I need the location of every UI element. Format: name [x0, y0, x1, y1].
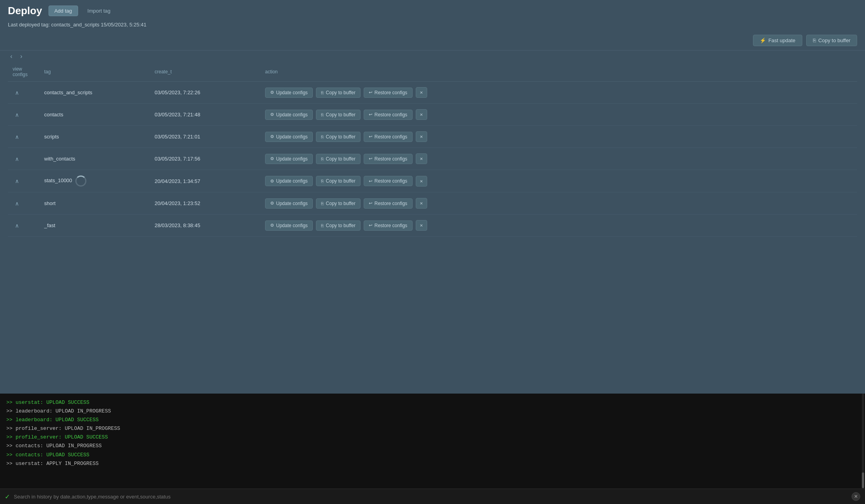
table-row: ∧_fast28/03/2023, 8:38:45⚙ Update config…	[8, 215, 857, 237]
scroll-right-button[interactable]: ›	[18, 52, 24, 61]
chevron-up-button[interactable]: ∧	[13, 155, 21, 163]
col-header-tag: tag	[39, 62, 150, 82]
bottom-console-panel: >> userstat: UPLOAD SUCCESS>> leaderboar…	[0, 394, 865, 504]
console-search-bar: ✓ ✕	[0, 489, 865, 504]
scroll-left-button[interactable]: ‹	[8, 52, 15, 61]
delete-button[interactable]: ×	[416, 220, 428, 231]
copy-to-buffer-row-button[interactable]: ⎘ Copy to buffer	[316, 176, 361, 186]
delete-button[interactable]: ×	[416, 131, 428, 142]
chevron-up-button[interactable]: ∧	[13, 133, 21, 141]
delete-button[interactable]: ×	[416, 176, 428, 187]
restore-icon: ↩	[369, 201, 372, 206]
create-t-cell: 03/05/2023, 7:17:56	[150, 148, 260, 170]
copy-row-icon: ⎘	[321, 179, 324, 183]
copy-to-buffer-row-button[interactable]: ⎘ Copy to buffer	[316, 154, 361, 164]
restore-icon: ↩	[369, 179, 372, 184]
restore-configs-button[interactable]: ↩ Restore configs	[364, 132, 412, 142]
update-icon: ⚙	[270, 223, 274, 228]
delete-button[interactable]: ×	[416, 198, 428, 209]
table-row: ∧stats_1000020/04/2023, 1:34:57⚙ Update …	[8, 170, 857, 192]
fast-update-label: Fast update	[768, 37, 796, 43]
delete-button[interactable]: ×	[416, 109, 428, 120]
scroll-arrows-row: ‹ ›	[0, 50, 865, 62]
update-configs-button[interactable]: ⚙ Update configs	[265, 198, 313, 209]
col-header-view-configs: view configs	[8, 62, 39, 82]
action-buttons: ⚙ Update configs⎘ Copy to buffer↩ Restor…	[265, 176, 852, 187]
copy-row-icon: ⎘	[321, 157, 324, 161]
restore-configs-button[interactable]: ↩ Restore configs	[364, 110, 412, 120]
update-configs-button[interactable]: ⚙ Update configs	[265, 154, 313, 164]
table-container: view configs tag create_t action ∧contac…	[0, 62, 865, 394]
restore-configs-button[interactable]: ↩ Restore configs	[364, 220, 412, 231]
col-header-action: action	[260, 62, 857, 82]
console-line: >> leaderboard: UPLOAD SUCCESS	[6, 416, 859, 424]
copy-row-icon: ⎘	[321, 134, 324, 139]
update-icon: ⚙	[270, 201, 274, 206]
deploy-table: view configs tag create_t action ∧contac…	[8, 62, 857, 237]
update-configs-button[interactable]: ⚙ Update configs	[265, 110, 313, 120]
top-bar: Deploy Add tag Import tag	[0, 0, 865, 20]
check-icon: ✓	[5, 493, 10, 500]
action-buttons: ⚙ Update configs⎘ Copy to buffer↩ Restor…	[265, 153, 852, 164]
copy-to-buffer-row-button[interactable]: ⎘ Copy to buffer	[316, 110, 361, 120]
restore-configs-button[interactable]: ↩ Restore configs	[364, 198, 412, 209]
delete-button[interactable]: ×	[416, 87, 428, 98]
update-icon: ⚙	[270, 134, 274, 139]
add-tag-button[interactable]: Add tag	[49, 6, 78, 16]
copy-to-buffer-row-button[interactable]: ⎘ Copy to buffer	[316, 220, 361, 231]
action-cell: ⚙ Update configs⎘ Copy to buffer↩ Restor…	[260, 215, 857, 237]
fast-update-icon: ⚡	[760, 37, 766, 43]
restore-configs-button[interactable]: ↩ Restore configs	[364, 154, 412, 164]
chevron-up-button[interactable]: ∧	[13, 200, 21, 207]
action-cell: ⚙ Update configs⎘ Copy to buffer↩ Restor…	[260, 170, 857, 192]
action-buttons: ⚙ Update configs⎘ Copy to buffer↩ Restor…	[265, 109, 852, 120]
copy-to-buffer-row-button[interactable]: ⎘ Copy to buffer	[316, 198, 361, 209]
import-tag-button[interactable]: Import tag	[84, 6, 114, 16]
restore-configs-button[interactable]: ↩ Restore configs	[364, 176, 412, 186]
console-close-button[interactable]: ✕	[852, 492, 860, 501]
restore-icon: ↩	[369, 112, 372, 117]
update-icon: ⚙	[270, 112, 274, 117]
fast-update-button[interactable]: ⚡ Fast update	[753, 35, 802, 46]
console-line: >> contacts: UPLOAD SUCCESS	[6, 451, 859, 459]
restore-icon: ↩	[369, 134, 372, 139]
copy-to-buffer-row-button[interactable]: ⎘ Copy to buffer	[316, 132, 361, 142]
tag-cell: _fast	[39, 215, 150, 237]
restore-icon: ↩	[369, 223, 372, 228]
chevron-up-button[interactable]: ∧	[13, 111, 21, 119]
copy-to-buffer-global-button[interactable]: ⎘ Copy to buffer	[806, 35, 857, 46]
chevron-up-button[interactable]: ∧	[13, 177, 21, 185]
create-t-cell: 03/05/2023, 7:22:26	[150, 82, 260, 104]
console-output: >> userstat: UPLOAD SUCCESS>> leaderboar…	[0, 394, 865, 489]
chevron-up-button[interactable]: ∧	[13, 222, 21, 230]
col-header-create-t: create_t	[150, 62, 260, 82]
update-configs-button[interactable]: ⚙ Update configs	[265, 132, 313, 142]
action-buttons: ⚙ Update configs⎘ Copy to buffer↩ Restor…	[265, 131, 852, 142]
console-search-input[interactable]	[14, 494, 848, 500]
console-line: >> userstat: APPLY IN_PROGRESS	[6, 459, 859, 468]
restore-configs-button[interactable]: ↩ Restore configs	[364, 88, 412, 98]
action-cell: ⚙ Update configs⎘ Copy to buffer↩ Restor…	[260, 104, 857, 126]
update-icon: ⚙	[270, 90, 274, 95]
table-row: ∧short20/04/2023, 1:23:52⚙ Update config…	[8, 192, 857, 215]
copy-row-icon: ⎘	[321, 90, 324, 95]
restore-icon: ↩	[369, 90, 372, 95]
copy-to-buffer-row-button[interactable]: ⎘ Copy to buffer	[316, 88, 361, 98]
console-line: >> profile_server: UPLOAD SUCCESS	[6, 433, 859, 442]
action-buttons: ⚙ Update configs⎘ Copy to buffer↩ Restor…	[265, 87, 852, 98]
console-scrollbar-thumb	[862, 472, 864, 488]
loading-spinner	[75, 175, 86, 187]
copy-row-icon: ⎘	[321, 201, 324, 206]
chevron-up-button[interactable]: ∧	[13, 89, 21, 97]
tag-cell: scripts	[39, 126, 150, 148]
action-cell: ⚙ Update configs⎘ Copy to buffer↩ Restor…	[260, 126, 857, 148]
console-scrollbar[interactable]	[862, 394, 864, 488]
app-title: Deploy	[8, 5, 42, 17]
tag-cell: contacts_and_scripts	[39, 82, 150, 104]
table-row: ∧contacts_and_scripts03/05/2023, 7:22:26…	[8, 82, 857, 104]
update-configs-button[interactable]: ⚙ Update configs	[265, 176, 313, 186]
tag-cell: contacts	[39, 104, 150, 126]
update-configs-button[interactable]: ⚙ Update configs	[265, 88, 313, 98]
delete-button[interactable]: ×	[416, 153, 428, 164]
update-configs-button[interactable]: ⚙ Update configs	[265, 220, 313, 231]
